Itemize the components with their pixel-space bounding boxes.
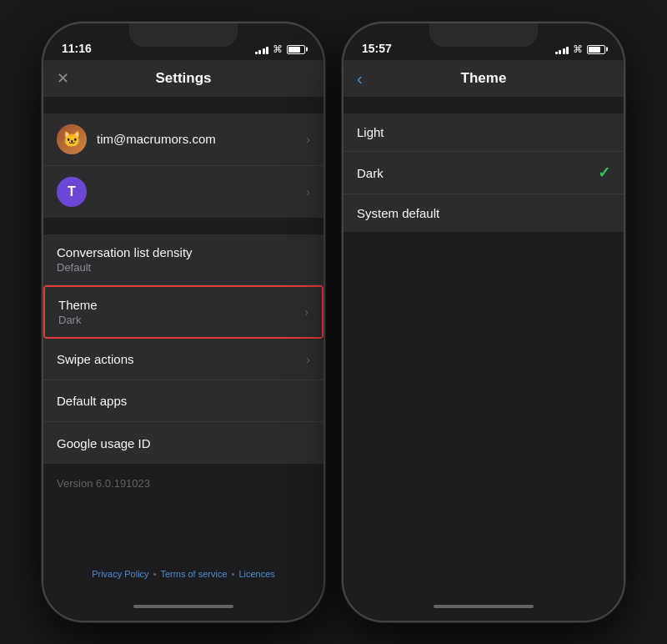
theme-options-group: Light Dark ✓ System default [344, 113, 624, 232]
back-button[interactable]: ‹ [357, 69, 363, 88]
terms-link[interactable]: Terms of service [160, 569, 227, 579]
home-bar-1 [133, 605, 233, 608]
theme-subtitle: Dark [58, 314, 304, 326]
signal-icon [255, 45, 269, 54]
avatar-email: 🐱 [57, 124, 87, 154]
home-indicator-1 [43, 592, 323, 621]
close-button[interactable]: ✕ [57, 69, 69, 88]
battery-icon [287, 45, 305, 54]
conversation-density-title: Conversation list density [57, 245, 310, 259]
content-2: Light Dark ✓ System default [344, 97, 624, 592]
licences-link[interactable]: Licences [238, 569, 274, 579]
page-title-2: Theme [461, 70, 507, 87]
google-usage-content: Google usage ID [57, 436, 310, 450]
content-1: 🐱 tim@macrumors.com › T › [43, 97, 323, 592]
theme-option-dark[interactable]: Dark ✓ [344, 152, 624, 194]
swipe-actions-row[interactable]: Swipe actions › [43, 339, 323, 380]
theme-system-label: System default [357, 206, 610, 220]
default-apps-title: Default apps [57, 394, 310, 408]
theme-option-system[interactable]: System default [344, 194, 624, 232]
conversation-density-subtitle: Default [57, 261, 310, 274]
swipe-actions-title: Swipe actions [57, 352, 306, 366]
time-1: 11:16 [62, 42, 92, 55]
phone-2: 15:57 ⌘ ‹ Theme [342, 22, 625, 622]
chevron-icon-letter: › [306, 185, 310, 199]
avatar-letter-label: T [57, 177, 87, 207]
default-apps-row[interactable]: Default apps [43, 380, 323, 422]
footer-links: Privacy Policy • Terms of service • Lice… [43, 569, 323, 579]
home-indicator-2 [344, 592, 624, 621]
accounts-group: 🐱 tim@macrumors.com › T › [43, 113, 323, 218]
settings-group: Conversation list density Default Theme … [43, 234, 323, 464]
battery-fill-2 [589, 47, 600, 53]
nav-bar-2: ‹ Theme [344, 60, 624, 97]
avatar-img: 🐱 [57, 124, 87, 154]
nav-bar-1: ✕ Settings [43, 60, 323, 97]
chevron-icon-theme: › [304, 305, 308, 319]
theme-title: Theme [58, 298, 304, 312]
time-2: 15:57 [362, 42, 392, 55]
theme-option-light[interactable]: Light [344, 113, 624, 152]
theme-content: Theme Dark [58, 298, 304, 326]
theme-dark-label: Dark [357, 166, 598, 180]
version-text: Version 6.0.191023 [43, 464, 323, 503]
wifi-icon: ⌘ [273, 43, 283, 55]
conversation-density-row[interactable]: Conversation list density Default [43, 234, 323, 285]
notch [129, 23, 238, 47]
chevron-icon-email: › [306, 133, 310, 146]
theme-row-highlighted: Theme Dark › [43, 285, 323, 339]
google-usage-title: Google usage ID [57, 436, 310, 450]
swipe-actions-content: Swipe actions [57, 352, 306, 366]
battery-fill [288, 47, 300, 53]
privacy-link[interactable]: Privacy Policy [92, 569, 148, 579]
theme-row[interactable]: Theme Dark › [45, 287, 322, 337]
status-icons-2: ⌘ [555, 43, 606, 55]
home-bar-2 [434, 605, 534, 608]
wifi-icon-2: ⌘ [573, 43, 583, 55]
account-email-row[interactable]: 🐱 tim@macrumors.com › [43, 113, 323, 166]
phone-1-inner: 11:16 ⌘ ✕ Settings [43, 23, 323, 621]
theme-light-label: Light [357, 125, 610, 139]
phone-1: 11:16 ⌘ ✕ Settings [42, 22, 325, 622]
chevron-icon-swipe: › [306, 353, 310, 366]
dot-1: • [153, 569, 157, 579]
signal-icon-2 [555, 45, 569, 54]
dot-2: • [232, 569, 235, 579]
phones-container: 11:16 ⌘ ✕ Settings [42, 22, 625, 622]
notch-2 [429, 23, 538, 47]
battery-icon-2 [587, 45, 605, 54]
page-title-1: Settings [155, 70, 211, 87]
status-icons-1: ⌘ [255, 43, 306, 55]
account-email-label: tim@macrumors.com [97, 132, 216, 146]
account-letter-row[interactable]: T › [43, 166, 323, 218]
checkmark-icon: ✓ [598, 164, 610, 182]
avatar-letter: T [57, 177, 87, 207]
phone-2-inner: 15:57 ⌘ ‹ Theme [344, 23, 624, 621]
conversation-density-content: Conversation list density Default [57, 245, 310, 274]
google-usage-row[interactable]: Google usage ID [43, 422, 323, 464]
default-apps-content: Default apps [57, 394, 310, 408]
account-email-content: tim@macrumors.com [97, 132, 306, 147]
